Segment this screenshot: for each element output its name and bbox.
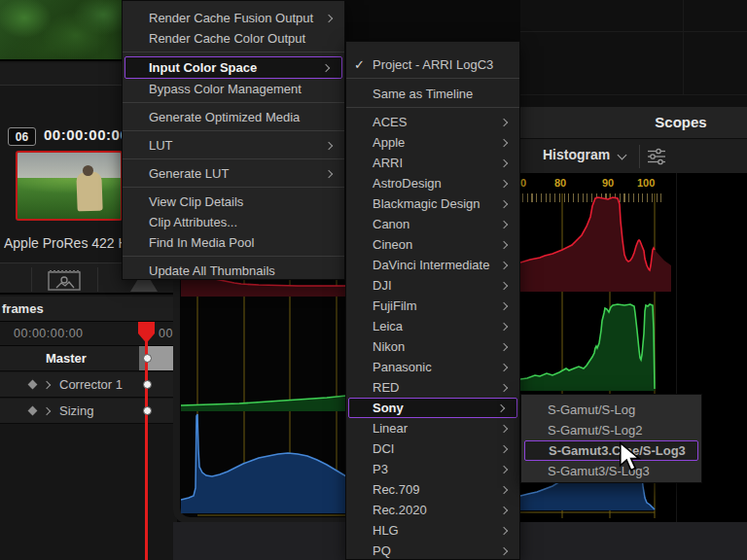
stills-icon[interactable] bbox=[47, 268, 82, 292]
keyframes-title: frames bbox=[2, 301, 44, 316]
chevron-right-icon bbox=[500, 261, 508, 268]
checkmark-icon: ✓ bbox=[354, 57, 373, 72]
menu-item-nikon[interactable]: Nikon bbox=[346, 336, 519, 357]
menu-item-generate-optimized-media[interactable]: Generate Optimized Media bbox=[123, 107, 344, 127]
clip-context-menu: Render Cache Fusion Output Render Cache … bbox=[122, 0, 345, 280]
chevron-right-icon bbox=[500, 322, 508, 330]
video-frame-thumbnail[interactable] bbox=[0, 0, 122, 61]
expand-chevron-icon[interactable] bbox=[43, 380, 51, 388]
menu-item-project-arri-logc3[interactable]: ✓Project - ARRI LogC3 bbox=[346, 53, 519, 75]
menu-item-render-cache-fusion-output[interactable]: Render Cache Fusion Output bbox=[123, 8, 344, 28]
sony-color-space-submenu: S-Gamut/S-Log S-Gamut/S-Log2 S-Gamut3.Ci… bbox=[520, 394, 702, 483]
chevron-right-icon bbox=[500, 342, 508, 350]
chevron-right-icon bbox=[500, 506, 508, 513]
chevron-right-icon bbox=[500, 138, 508, 146]
input-color-space-submenu: ✓Project - ARRI LogC3 Same as Timeline A… bbox=[345, 41, 520, 560]
chevron-right-icon bbox=[500, 444, 508, 452]
mouse-cursor bbox=[619, 441, 644, 472]
thumbnail-person-head bbox=[83, 165, 93, 176]
keyframe-dot-corrector1[interactable] bbox=[143, 380, 152, 389]
chevron-right-icon bbox=[497, 403, 505, 411]
menu-item-input-color-space[interactable]: Input Color Space bbox=[124, 56, 342, 79]
menu-separator bbox=[346, 107, 519, 108]
menu-item-find-in-media-pool[interactable]: Find In Media Pool bbox=[123, 232, 344, 253]
menu-separator bbox=[123, 130, 344, 131]
menu-item-red[interactable]: RED bbox=[346, 377, 519, 398]
chevron-right-icon bbox=[500, 281, 508, 289]
chevron-right-icon bbox=[500, 158, 508, 166]
menu-item-lut[interactable]: LUT bbox=[123, 135, 344, 156]
menu-item-arri[interactable]: ARRI bbox=[346, 153, 519, 173]
menu-item-sgamut-slog[interactable]: S-Gamut/S-Log bbox=[521, 400, 701, 420]
menu-item-update-all-thumbnails[interactable]: Update All Thumbnails bbox=[123, 261, 344, 281]
menu-item-hlg[interactable]: HLG bbox=[346, 520, 519, 541]
menu-item-canon[interactable]: Canon bbox=[346, 214, 519, 234]
keyframe-dot-sizing[interactable] bbox=[143, 406, 152, 415]
upper-right-panel bbox=[520, 0, 747, 107]
scope-settings-icon[interactable] bbox=[646, 147, 667, 166]
chevron-right-icon bbox=[500, 118, 508, 125]
scope-toolbar: Histogram bbox=[520, 139, 747, 173]
menu-item-same-as-timeline[interactable]: Same as Timeline bbox=[346, 83, 519, 104]
chevron-right-icon bbox=[500, 240, 508, 248]
chevron-right-icon bbox=[500, 301, 508, 309]
menu-item-sgamut-slog2[interactable]: S-Gamut/S-Log2 bbox=[521, 420, 701, 440]
menu-item-sgamut3cine-slog3[interactable]: S-Gamut3.Cine/S-Log3 bbox=[524, 440, 698, 461]
chevron-right-icon bbox=[500, 546, 508, 554]
chevron-right-icon bbox=[325, 141, 333, 149]
menu-item-dci[interactable]: DCI bbox=[346, 438, 519, 459]
panel-seam bbox=[683, 0, 684, 94]
clip-timecode: 00:00:00:00 bbox=[44, 126, 128, 143]
chevron-right-icon bbox=[322, 63, 330, 71]
menu-item-astrodesign[interactable]: AstroDesign bbox=[346, 173, 519, 193]
menu-item-pq[interactable]: PQ bbox=[346, 541, 519, 560]
scope-mode-dropdown[interactable]: Histogram bbox=[543, 147, 610, 162]
clip-number-badge: 06 bbox=[8, 127, 36, 146]
menu-item-render-cache-color-output[interactable]: Render Cache Color Output bbox=[123, 28, 344, 49]
menu-item-sgamut3-slog3[interactable]: S-Gamut3/S-Log3 bbox=[521, 461, 701, 481]
keyframes-timecode: 00:00:00:00 bbox=[14, 327, 84, 340]
menu-item-view-clip-details[interactable]: View Clip Details bbox=[123, 192, 344, 212]
menu-item-rec2020[interactable]: Rec.2020 bbox=[346, 500, 519, 520]
menu-item-rec709[interactable]: Rec.709 bbox=[346, 479, 519, 500]
toolbar-divider bbox=[639, 145, 640, 168]
menu-item-linear[interactable]: Linear bbox=[346, 418, 519, 438]
chevron-right-icon bbox=[500, 485, 508, 493]
menu-item-bypass-color-management[interactable]: Bypass Color Management bbox=[123, 79, 344, 99]
chevron-right-icon bbox=[500, 220, 508, 228]
diamond-icon bbox=[28, 406, 38, 416]
menu-item-generate-lut[interactable]: Generate LUT bbox=[123, 163, 344, 184]
chevron-right-icon bbox=[500, 199, 508, 207]
menu-item-apple[interactable]: Apple bbox=[346, 132, 519, 153]
expand-chevron-icon[interactable] bbox=[43, 406, 51, 414]
selected-clip-thumbnail[interactable] bbox=[16, 151, 123, 221]
menu-item-blackmagic-design[interactable]: Blackmagic Design bbox=[346, 193, 519, 214]
thumbnail-person bbox=[77, 172, 103, 212]
chevron-right-icon bbox=[500, 465, 508, 472]
panel-seam bbox=[520, 31, 747, 32]
davinci-resolve-color-page: 06 00:00:00:00 Apple ProRes 422 HQ frame… bbox=[0, 0, 747, 560]
thumbnail-sky bbox=[18, 153, 121, 178]
chevron-right-icon bbox=[325, 14, 333, 21]
chevron-right-icon bbox=[500, 363, 508, 370]
chevron-right-icon bbox=[500, 424, 508, 432]
chevron-right-icon bbox=[500, 179, 508, 187]
keyframe-dot-master[interactable] bbox=[143, 354, 152, 363]
toolbar-divider bbox=[97, 267, 98, 292]
chevron-down-icon[interactable] bbox=[618, 151, 627, 160]
chevron-right-icon bbox=[500, 526, 508, 534]
menu-item-p3[interactable]: P3 bbox=[346, 459, 519, 479]
menu-item-davinci-intermediate[interactable]: DaVinci Intermediate bbox=[346, 255, 519, 275]
menu-item-dji[interactable]: DJI bbox=[346, 275, 519, 296]
menu-item-fujifilm[interactable]: FujiFilm bbox=[346, 296, 519, 316]
menu-item-leica[interactable]: Leica bbox=[346, 316, 519, 336]
menu-item-cineon[interactable]: Cineon bbox=[346, 234, 519, 255]
menu-item-aces[interactable]: ACES bbox=[346, 112, 519, 132]
menu-item-clip-attributes[interactable]: Clip Attributes... bbox=[123, 212, 344, 232]
menu-item-panasonic[interactable]: Panasonic bbox=[346, 357, 519, 377]
toolbar-divider bbox=[31, 267, 32, 292]
chevron-right-icon bbox=[500, 383, 508, 391]
chevron-right-icon bbox=[325, 169, 333, 177]
diamond-icon bbox=[28, 380, 38, 390]
menu-item-sony[interactable]: Sony bbox=[348, 398, 517, 418]
